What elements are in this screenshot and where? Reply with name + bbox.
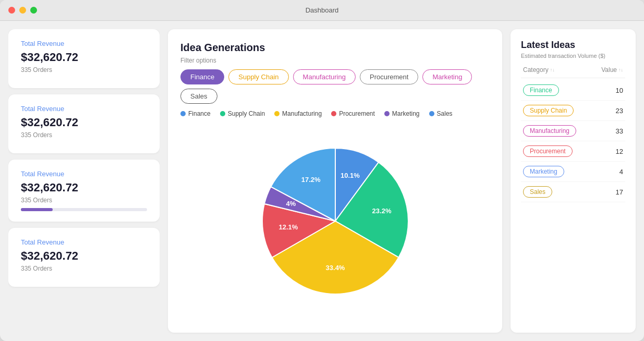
titlebar: Dashboard xyxy=(0,0,644,21)
table-row-0: Finance 10 xyxy=(521,80,625,101)
pie-label-1: 23.2% xyxy=(372,206,391,214)
stat-value-3: $32,620.72 xyxy=(21,249,147,263)
stat-card-0: Total Revenue $32,620.72 335 Orders xyxy=(8,29,160,88)
table-header: Category ↑↓ Value ↑↓ xyxy=(521,66,625,78)
right-panel: Latest Ideas Estimated transaction Volum… xyxy=(511,29,636,333)
row-value-0: 10 xyxy=(607,87,623,94)
pie-label-4: 4% xyxy=(286,200,296,208)
app-window: Dashboard Total Revenue $32,620.72 335 O… xyxy=(0,0,644,341)
col-value: Value ↑↓ xyxy=(601,66,623,74)
table-rows: Finance 10 Supply Chain 23 Manufacturing… xyxy=(521,80,625,202)
legend-dot-0 xyxy=(180,111,186,116)
right-panel-subtitle: Estimated transaction Volume ($) xyxy=(521,53,625,59)
table-row-2: Manufacturing 33 xyxy=(521,121,625,141)
stat-value-1: $32,620.72 xyxy=(21,116,147,129)
pie-label-0: 10.1% xyxy=(340,171,359,179)
legend-label-5: Sales xyxy=(437,110,453,117)
right-panel-title: Latest Ideas xyxy=(521,40,625,51)
close-button[interactable] xyxy=(8,7,15,14)
legend-dot-2 xyxy=(274,111,280,116)
sidebar: Total Revenue $32,620.72 335 Orders Tota… xyxy=(8,29,160,333)
stat-value-2: $32,620.72 xyxy=(21,181,147,194)
filter-btn-manufacturing[interactable]: Manufacturing xyxy=(293,69,356,84)
maximize-button[interactable] xyxy=(30,7,37,14)
stat-orders-1: 335 Orders xyxy=(21,131,147,139)
legend-label-2: Manufacturing xyxy=(282,110,322,117)
stat-label-2: Total Revenue xyxy=(21,170,147,178)
main-content: Total Revenue $32,620.72 335 Orders Tota… xyxy=(0,21,644,341)
window-title: Dashboard xyxy=(306,6,339,14)
stat-label-1: Total Revenue xyxy=(21,105,147,113)
table-row-3: Procurement 12 xyxy=(521,141,625,162)
progress-fill-2 xyxy=(21,208,53,211)
minimize-button[interactable] xyxy=(19,7,26,14)
chart-legend: FinanceSupply ChainManufacturingProcurem… xyxy=(180,110,490,117)
pie-chart: 10.1%23.2%33.4%12.1%4%17.2% xyxy=(252,138,419,305)
badge-procurement: Procurement xyxy=(523,145,573,157)
pie-label-5: 17.2% xyxy=(301,176,320,184)
row-value-4: 4 xyxy=(607,168,623,176)
badge-manufacturing: Manufacturing xyxy=(523,125,576,137)
pie-label-2: 33.4% xyxy=(325,264,345,272)
badge-marketing: Marketing xyxy=(523,166,564,177)
progress-container-2 xyxy=(21,208,147,211)
stat-orders-0: 335 Orders xyxy=(21,66,147,74)
filter-btn-supply[interactable]: Supply Chain xyxy=(228,69,288,84)
legend-label-4: Marketing xyxy=(392,110,420,117)
row-value-2: 33 xyxy=(607,127,623,135)
stat-value-0: $32,620.72 xyxy=(21,51,147,64)
stat-label-0: Total Revenue xyxy=(21,40,147,47)
main-title: Idea Generations xyxy=(180,42,490,54)
stat-orders-2: 335 Orders xyxy=(21,197,147,204)
legend-dot-3 xyxy=(331,111,336,116)
legend-item-4: Marketing xyxy=(384,110,420,117)
filter-buttons: FinanceSupply ChainManufacturingProcurem… xyxy=(180,69,490,104)
pie-label-3: 12.1% xyxy=(278,223,298,231)
pie-chart-area: 10.1%23.2%33.4%12.1%4%17.2% xyxy=(180,121,490,320)
main-panel: Idea Generations Filter options FinanceS… xyxy=(168,29,502,333)
legend-item-2: Manufacturing xyxy=(274,110,322,117)
table-row-1: Supply Chain 23 xyxy=(521,101,625,121)
stat-card-3: Total Revenue $32,620.72 335 Orders xyxy=(8,228,160,287)
badge-supply: Supply Chain xyxy=(523,105,574,116)
legend-dot-1 xyxy=(220,111,225,116)
table-row-4: Marketing 4 xyxy=(521,162,625,182)
legend-item-5: Sales xyxy=(429,110,453,117)
sort-icon-value: ↑↓ xyxy=(618,67,623,72)
stat-card-1: Total Revenue $32,620.72 335 Orders xyxy=(8,94,160,153)
filter-btn-procurement[interactable]: Procurement xyxy=(360,69,418,84)
stat-card-2: Total Revenue $32,620.72 335 Orders xyxy=(8,160,160,222)
legend-dot-4 xyxy=(384,111,390,116)
filter-label: Filter options xyxy=(180,57,490,64)
stat-orders-3: 335 Orders xyxy=(21,265,147,272)
filter-btn-sales[interactable]: Sales xyxy=(180,89,217,104)
legend-label-0: Finance xyxy=(188,110,211,117)
legend-label-1: Supply Chain xyxy=(228,110,265,117)
filter-btn-finance[interactable]: Finance xyxy=(180,69,224,84)
table-row-5: Sales 17 xyxy=(521,182,625,202)
legend-item-1: Supply Chain xyxy=(220,110,265,117)
badge-sales: Sales xyxy=(523,186,552,198)
badge-finance: Finance xyxy=(523,84,559,96)
filter-btn-marketing[interactable]: Marketing xyxy=(422,69,472,84)
row-value-5: 17 xyxy=(607,188,623,196)
stat-label-3: Total Revenue xyxy=(21,238,147,246)
sort-icon-category: ↑↓ xyxy=(550,67,555,72)
legend-dot-5 xyxy=(429,111,434,116)
col-category: Category ↑↓ xyxy=(523,66,555,74)
legend-label-3: Procurement xyxy=(339,110,375,117)
row-value-3: 12 xyxy=(607,148,623,155)
row-value-1: 23 xyxy=(607,107,623,115)
legend-item-3: Procurement xyxy=(331,110,375,117)
legend-item-0: Finance xyxy=(180,110,211,117)
